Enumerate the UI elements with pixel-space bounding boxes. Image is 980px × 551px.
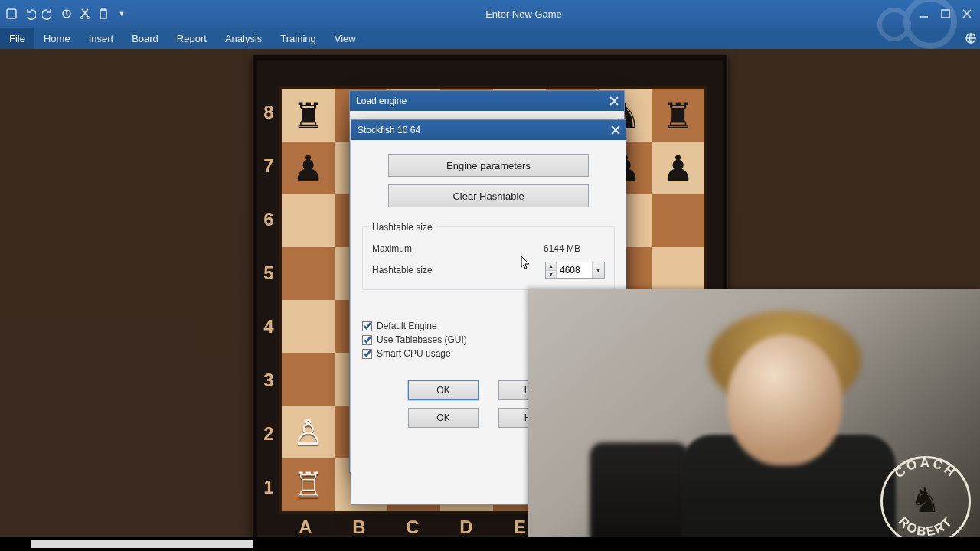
badge-top-text: COACH [892, 456, 959, 481]
rank-2: 2 [262, 407, 276, 461]
ok-button-inner[interactable]: OK [408, 380, 479, 400]
svg-point-3 [87, 17, 90, 19]
quick-access-toolbar: ▼ [0, 7, 129, 21]
hashtable-size-label: Hashtable size [372, 265, 545, 276]
taskbar[interactable] [0, 537, 980, 551]
menu-analysis[interactable]: Analysis [216, 28, 271, 49]
svg-rect-0 [7, 9, 16, 18]
undo-icon[interactable] [23, 7, 37, 21]
window-title: Enter New Game [129, 8, 919, 20]
rank-7: 7 [262, 139, 276, 193]
hashtable-size-dropdown-icon[interactable]: ▼ [592, 262, 604, 278]
window-controls [919, 8, 980, 19]
close-button[interactable] [962, 8, 972, 19]
clear-hashtable-button[interactable]: Clear Hashtable [388, 184, 589, 207]
dialog-load-title-text: Load engine [356, 96, 407, 106]
default-engine-label: Default Engine [377, 321, 437, 331]
file-c: C [386, 516, 439, 539]
redo-icon[interactable] [41, 7, 55, 21]
hashtable-size-spinner[interactable]: ▲▼ ▼ [545, 262, 605, 279]
use-tablebases-label: Use Tablebases (GUI) [377, 334, 467, 345]
menu-report[interactable]: Report [168, 28, 216, 49]
spin-up-icon[interactable]: ▲ [546, 262, 556, 271]
smart-cpu-label: Smart CPU usage [377, 348, 451, 359]
rank-3: 3 [262, 354, 276, 407]
maximum-value: 6144 MB [544, 243, 605, 254]
app-menu-icon[interactable] [60, 7, 74, 21]
minimize-button[interactable] [919, 8, 929, 19]
menu-view[interactable]: View [325, 28, 365, 49]
dialog-engine-close-icon[interactable] [609, 123, 622, 137]
dialog-load-title[interactable]: Load engine [350, 91, 624, 111]
svg-text:COACH: COACH [892, 456, 959, 481]
titlebar: ▼ Enter New Game [0, 0, 980, 28]
rank-8: 8 [262, 86, 276, 139]
engine-parameters-button[interactable]: Engine parameters [388, 154, 589, 177]
knight-icon: ♞ [910, 481, 940, 520]
rank-1: 1 [262, 461, 276, 514]
svg-point-2 [81, 17, 83, 19]
spin-down-icon[interactable]: ▼ [546, 271, 556, 279]
paste-icon[interactable] [96, 7, 110, 21]
maximum-label: Maximum [372, 243, 544, 254]
svg-rect-6 [942, 10, 949, 18]
menu-board[interactable]: Board [122, 28, 168, 49]
dialog-load-close-icon[interactable] [607, 94, 621, 108]
file-d: D [439, 516, 493, 539]
rank-6: 6 [262, 193, 276, 246]
workspace: 8 7 6 5 4 3 2 1 ♜♞♝♛♚♝♞♜♟♟♟♟♟♟♟♟♙♙♙♙♙♙♙♙… [0, 49, 980, 551]
hashtable-group-title: Hashtable size [369, 222, 436, 233]
taskbar-item[interactable] [31, 540, 253, 548]
webcam-overlay: COACH ROBERT ♞ [528, 289, 980, 551]
ok-button-outer[interactable]: OK [408, 408, 479, 428]
dialog-engine-title-text: Stockfish 10 64 [358, 125, 420, 135]
help-globe-icon[interactable] [962, 28, 980, 49]
menu-training[interactable]: Training [271, 28, 325, 49]
menu-insert[interactable]: Insert [80, 28, 123, 49]
app-logo-icon[interactable] [5, 7, 18, 21]
qat-dropdown-icon[interactable]: ▼ [115, 7, 129, 21]
file-a: A [279, 516, 332, 539]
maximize-button[interactable] [940, 8, 951, 19]
coach-badge: COACH ROBERT ♞ [880, 456, 971, 546]
file-b: B [332, 516, 386, 539]
rank-labels: 8 7 6 5 4 3 2 1 [262, 86, 276, 514]
menu-home[interactable]: Home [34, 28, 80, 49]
cut-icon[interactable] [78, 7, 92, 21]
rank-5: 5 [262, 246, 276, 300]
dialog-engine-title[interactable]: Stockfish 10 64 [351, 120, 626, 140]
menubar: File Home Insert Board Report Analysis T… [0, 28, 980, 49]
rank-4: 4 [262, 300, 276, 354]
menu-file[interactable]: File [0, 28, 34, 49]
hashtable-group: Hashtable size Maximum 6144 MB Hashtable… [362, 226, 615, 290]
hashtable-size-input[interactable] [557, 262, 592, 278]
